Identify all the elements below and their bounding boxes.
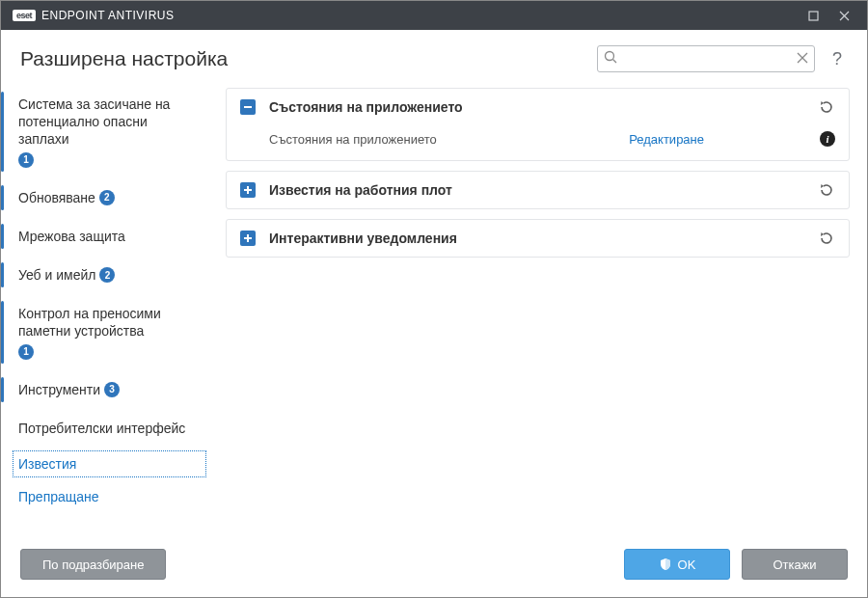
sidebar: Система за засичане на потенциално опасн… [1,88,218,535]
page-title: Разширена настройка [20,47,585,70]
clear-search-icon[interactable] [797,50,808,68]
sidebar-item-label: Обновяване [18,189,95,206]
svg-rect-2 [244,106,252,108]
sidebar-item-update[interactable]: Обновяване 2 [18,181,206,214]
revert-icon[interactable] [818,181,835,199]
revert-icon[interactable] [818,98,835,116]
content: Система за засичане на потенциално опасн… [1,88,867,535]
panel-app-states: Състояния на приложението Състояния на п… [226,88,850,161]
cancel-button[interactable]: Откажи [742,549,848,580]
search-wrap [597,45,815,72]
search-input[interactable] [597,45,815,72]
badge-count: 3 [104,382,120,397]
badge-count: 2 [99,267,115,283]
sidebar-item-label: Уеб и имейл [18,266,95,284]
panel-header[interactable]: Интерактивни уведомления [227,220,849,257]
shield-icon [659,557,672,571]
brand: eset ENDPOINT ANTIVIRUS [13,9,174,22]
header: Разширена настройка ? [1,30,867,88]
svg-rect-6 [247,234,249,242]
defaults-button[interactable]: По подразбиране [20,549,166,580]
titlebar: eset ENDPOINT ANTIVIRUS [1,1,867,30]
sidebar-item-tools[interactable]: Инструменти 3 [18,373,206,406]
sidebar-item-detection[interactable]: Система за засичане на потенциално опасн… [18,88,206,176]
sidebar-item-network[interactable]: Мрежова защита [18,220,206,253]
expand-icon [240,231,256,246]
brand-badge: eset [13,10,36,21]
footer: По подразбиране OK Откажи [1,535,867,597]
sidebar-item-removable[interactable]: Контрол на преносими паметни устройства … [18,297,206,367]
help-button[interactable]: ? [827,49,848,69]
revert-icon[interactable] [818,230,835,247]
badge-count: 2 [99,190,115,205]
info-icon[interactable]: i [820,131,835,147]
ok-button[interactable]: OK [624,549,730,580]
panel-body: Състояния на приложението Редактиране i [227,125,849,160]
maximize-button[interactable] [798,1,828,30]
badge-count: 1 [18,344,34,360]
main-area: Състояния на приложението Състояния на п… [218,88,850,535]
brand-title: ENDPOINT ANTIVIRUS [41,9,174,22]
panel-header[interactable]: Известия на работния плот [227,172,849,208]
svg-rect-4 [247,186,249,194]
panel-desktop-notifications: Известия на работния плот [226,171,850,209]
collapse-icon [240,99,256,115]
sidebar-item-ui[interactable]: Потребителски интерфейс [18,412,206,445]
panel-header[interactable]: Състояния на приложението [227,89,849,125]
sidebar-item-label: Потребителски интерфейс [18,420,185,437]
sidebar-item-label: Мрежова защита [18,228,125,245]
sidebar-sub-notifications[interactable]: Известия [13,450,206,477]
ok-label: OK [678,557,696,572]
panel-title: Състояния на приложението [269,99,804,115]
panel-title: Известия на работния плот [269,182,804,198]
close-button[interactable] [828,1,859,30]
edit-link[interactable]: Редактиране [629,132,704,147]
panel-title: Интерактивни уведомления [269,231,804,246]
svg-point-1 [606,52,614,61]
panel-interactive-alerts: Интерактивни уведомления [226,219,850,258]
sidebar-item-webmail[interactable]: Уеб и имейл 2 [18,258,206,291]
svg-rect-0 [809,12,818,20]
expand-icon [240,182,256,198]
badge-count: 1 [18,152,34,168]
sidebar-item-label: Инструменти [18,381,100,398]
sidebar-sub-forwarding[interactable]: Препращане [18,483,206,510]
sidebar-item-label: Контрол на преносими паметни устройства [18,305,199,340]
row-label: Състояния на приложението [269,132,629,147]
sidebar-item-label: Система за засичане на потенциално опасн… [18,95,199,149]
search-icon [604,50,617,68]
